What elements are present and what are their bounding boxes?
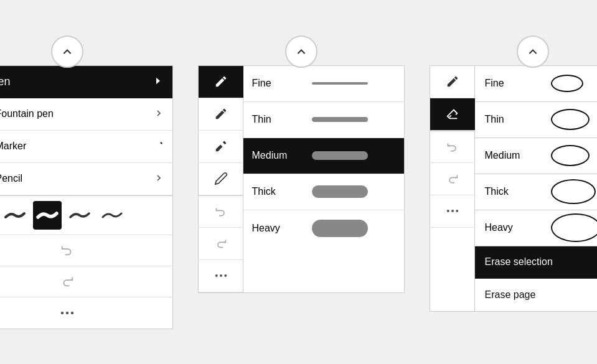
eraser-narrow-more[interactable] xyxy=(430,195,475,228)
pencil-item[interactable]: Pencil xyxy=(0,163,172,195)
svg-point-1 xyxy=(60,311,63,314)
narrow-icon-fountain[interactable] xyxy=(199,98,243,131)
size-fine[interactable]: Fine xyxy=(243,66,404,102)
erase-selection-btn[interactable]: Erase selection xyxy=(475,246,598,279)
size-heavy[interactable]: Heavy xyxy=(243,210,404,246)
narrow-icon-redo[interactable] xyxy=(199,228,243,260)
panel3-combo: Fine Thin Medium Thick Heavy xyxy=(430,65,598,312)
chevron-up-btn-1[interactable] xyxy=(51,35,83,68)
size-medium-bar xyxy=(312,151,368,160)
size-medium[interactable]: Medium xyxy=(243,138,404,174)
eraser-heavy-oval xyxy=(551,213,598,242)
narrow-icon-undo[interactable] xyxy=(199,195,243,228)
eraser-narrow-redo[interactable] xyxy=(430,163,475,195)
eraser-medium-oval xyxy=(551,145,590,166)
chevron-up-btn-3[interactable] xyxy=(517,35,549,68)
size-fine-bar xyxy=(312,82,368,85)
pen-header-arrow xyxy=(153,75,164,89)
narrow-icon-marker[interactable] xyxy=(199,131,243,163)
stroke-preview-3[interactable] xyxy=(33,201,62,230)
svg-point-6 xyxy=(224,274,227,277)
svg-point-2 xyxy=(65,311,68,314)
eraser-subpanel: Fine Thin Medium Thick Heavy xyxy=(474,65,598,312)
size-medium-label: Medium xyxy=(252,150,302,161)
undo-btn[interactable] xyxy=(0,235,172,266)
size-thick[interactable]: Thick xyxy=(243,174,404,210)
chevron-up-btn-2[interactable] xyxy=(285,35,317,68)
pencil-label: Pencil xyxy=(0,173,146,184)
size-heavy-bar xyxy=(312,220,368,237)
eraser-heavy-label: Heavy xyxy=(485,222,541,233)
pen-header[interactable]: Pen xyxy=(0,66,172,98)
stroke-preview-5[interactable] xyxy=(98,201,126,230)
svg-point-7 xyxy=(446,210,449,212)
eraser-fine-oval xyxy=(551,75,583,92)
marker-label: Marker xyxy=(0,141,146,152)
eraser-thick-label: Thick xyxy=(485,186,541,197)
svg-point-3 xyxy=(70,311,73,314)
erase-page-label: Erase page xyxy=(485,289,536,301)
eraser-narrow-pen[interactable] xyxy=(430,66,475,98)
eraser-size-thick[interactable]: Thick xyxy=(475,174,598,210)
erase-selection-label: Erase selection xyxy=(485,256,553,268)
eraser-thick-oval xyxy=(551,179,596,204)
stroke-preview-2[interactable] xyxy=(1,201,29,230)
size-heavy-label: Heavy xyxy=(252,223,302,234)
eraser-narrow-strip xyxy=(430,65,474,312)
svg-point-8 xyxy=(451,210,454,212)
eraser-medium-label: Medium xyxy=(485,150,541,161)
stroke-preview-4[interactable] xyxy=(65,201,94,230)
size-subpanel: Fine Thin Medium Thick Heavy xyxy=(243,65,405,293)
eraser-size-fine[interactable]: Fine xyxy=(475,66,598,102)
size-thin[interactable]: Thin xyxy=(243,102,404,138)
bottom-controls xyxy=(0,235,172,329)
size-fine-label: Fine xyxy=(252,78,302,89)
stroke-style-row xyxy=(0,195,172,235)
fountain-pen-label: Fountain pen xyxy=(0,108,146,119)
marker-item[interactable]: Marker xyxy=(0,131,172,163)
eraser-thin-label: Thin xyxy=(485,114,541,125)
narrow-icon-more[interactable] xyxy=(199,260,243,292)
size-thick-label: Thick xyxy=(252,186,302,197)
marker-arrow xyxy=(154,141,164,152)
svg-point-4 xyxy=(215,274,217,277)
pen-narrow-strip xyxy=(198,65,243,293)
panel2-combo: Fine Thin Medium Thick Heavy xyxy=(198,65,405,293)
pencil-arrow xyxy=(154,173,164,185)
narrow-icon-pencil[interactable] xyxy=(199,163,243,195)
eraser-size-heavy[interactable]: Heavy xyxy=(475,210,598,246)
eraser-size-thin[interactable]: Thin xyxy=(475,102,598,138)
svg-point-5 xyxy=(220,274,222,277)
size-thin-bar xyxy=(312,117,368,122)
eraser-narrow-eraser[interactable] xyxy=(430,98,475,131)
erase-page-btn[interactable]: Erase page xyxy=(475,279,598,311)
narrow-icon-pen[interactable] xyxy=(199,66,243,98)
pen-header-title: Pen xyxy=(0,75,146,88)
eraser-size-medium[interactable]: Medium xyxy=(475,138,598,174)
eraser-thin-oval xyxy=(551,109,590,130)
size-thick-bar xyxy=(312,185,368,198)
eraser-fine-label: Fine xyxy=(485,78,541,89)
pen-type-panel: Pen Fountain pen Marker xyxy=(0,65,173,329)
fountain-pen-arrow xyxy=(154,108,164,120)
more-btn[interactable] xyxy=(0,297,172,329)
redo-btn[interactable] xyxy=(0,266,172,297)
svg-point-9 xyxy=(456,210,458,212)
fountain-pen-item[interactable]: Fountain pen xyxy=(0,98,172,131)
eraser-narrow-undo[interactable] xyxy=(430,131,475,163)
size-thin-label: Thin xyxy=(252,114,302,125)
